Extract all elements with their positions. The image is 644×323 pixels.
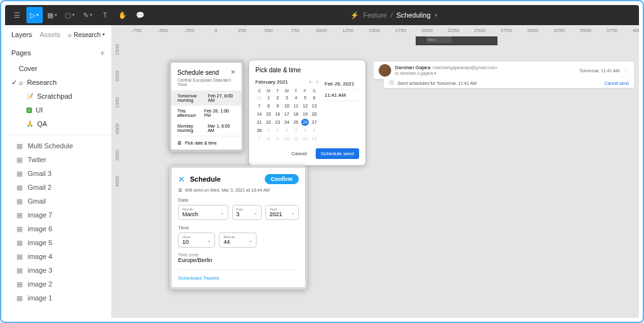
calendar-day[interactable]: 9: [274, 135, 282, 142]
artboard-label[interactable]: New: [426, 36, 452, 43]
calendar-day[interactable]: 1: [265, 94, 273, 101]
calendar-day[interactable]: 2: [274, 94, 282, 101]
calendar-day[interactable]: 28: [255, 127, 264, 134]
calendar-grid[interactable]: SMTWTFS311234567891011121314151617181920…: [255, 89, 318, 142]
breadcrumb[interactable]: ⚡ Feature / Scheduling ▾: [148, 11, 639, 19]
schedule-option[interactable]: Monday morningMar 1, 8:00 AM: [171, 121, 242, 136]
page-ui[interactable]: ✓ UI: [5, 103, 111, 117]
gmail-schedule-dialog[interactable]: Schedule send× Central European Standard…: [169, 60, 244, 152]
chevron-down-icon[interactable]: ▾: [434, 71, 436, 75]
calendar-day[interactable]: 4: [292, 127, 300, 134]
month-select[interactable]: MonthMarch⌄: [178, 205, 228, 220]
canvas[interactable]: -750-500-2500250500750100012501500175020…: [112, 25, 639, 318]
calendar-day[interactable]: 16: [274, 111, 282, 118]
calendar-day[interactable]: 18: [292, 111, 300, 118]
calendar-day[interactable]: 11: [292, 102, 300, 109]
minute-select[interactable]: Minute44⌄: [219, 233, 256, 248]
page-cover[interactable]: Cover: [5, 62, 111, 75]
calendar-day[interactable]: 12: [301, 135, 309, 142]
scheduled-tweets-link[interactable]: Scheduled Tweets: [178, 270, 299, 281]
calendar-day[interactable]: 24: [283, 119, 291, 126]
calendar-day[interactable]: 7: [255, 135, 264, 142]
layer-image7[interactable]: ▦image 7: [5, 208, 111, 222]
calendar-day[interactable]: 22: [265, 119, 273, 126]
calendar-day[interactable]: 9: [274, 102, 282, 109]
date-field[interactable]: Feb 26, 2021: [325, 79, 359, 90]
layer-gmail[interactable]: ▦Gmail: [5, 194, 111, 208]
calendar-day[interactable]: 26: [301, 119, 309, 126]
calendar-day[interactable]: 13: [310, 135, 318, 142]
calendar-day[interactable]: 6: [310, 127, 318, 134]
comment-tool[interactable]: 💬: [132, 7, 148, 23]
calendar-day[interactable]: 5: [301, 127, 309, 134]
calendar-day[interactable]: 8: [265, 135, 273, 142]
calendar-day[interactable]: 11: [292, 135, 300, 142]
pick-datetime-dialog[interactable]: Pick date & time February 2021‹› SMTWTFS…: [249, 60, 365, 165]
schedule-option[interactable]: Tomorrow morningFeb 27, 8:00 AM: [171, 90, 242, 106]
hand-tool[interactable]: ✋: [114, 7, 131, 23]
gmail-message-row[interactable]: Darshan Gajara <darshangajaravajd@gmail.…: [374, 62, 634, 79]
calendar-day[interactable]: 27: [310, 119, 318, 126]
layer-image2[interactable]: ▦image 2: [5, 277, 111, 291]
menu-button[interactable]: ☰: [9, 7, 25, 23]
next-month-button[interactable]: ›: [316, 79, 318, 85]
move-tool[interactable]: ▷▾: [26, 7, 43, 23]
calendar-day[interactable]: 17: [283, 111, 291, 118]
tab-layers[interactable]: Layers: [11, 31, 32, 38]
layer-image3[interactable]: ▦image 3: [5, 263, 111, 277]
calendar-day[interactable]: 19: [301, 111, 309, 118]
cancel-send-button[interactable]: Cancel send: [604, 81, 629, 85]
star-icon[interactable]: ☆: [623, 67, 629, 74]
layer-gmail2[interactable]: ▦Gmail 2: [5, 180, 111, 194]
calendar-day[interactable]: 15: [265, 111, 273, 118]
year-select[interactable]: Year2021⌄: [265, 205, 299, 220]
page-qa[interactable]: 🙏 QA: [5, 117, 111, 131]
layer-image1[interactable]: ▦image 1: [5, 291, 111, 305]
frame-tool[interactable]: ▦▾: [44, 7, 60, 23]
confirm-button[interactable]: Confirm: [265, 174, 299, 184]
calendar-day[interactable]: 7: [255, 102, 264, 109]
calendar-day[interactable]: 31: [255, 94, 264, 101]
page-research[interactable]: ✓⌕ Research: [5, 75, 111, 89]
layer-image4[interactable]: ▦image 4: [5, 249, 111, 263]
calendar-day[interactable]: 5: [301, 94, 309, 101]
pen-tool[interactable]: ✎▾: [79, 7, 96, 23]
day-select[interactable]: Day3⌄: [232, 205, 262, 220]
schedule-send-button[interactable]: Schedule send: [316, 148, 359, 159]
calendar-day[interactable]: 25: [292, 119, 300, 126]
calendar-day[interactable]: 3: [283, 94, 291, 101]
time-field[interactable]: 11:41 AM: [325, 90, 359, 101]
layer-image6[interactable]: ▦image 6: [5, 222, 111, 236]
calendar-day[interactable]: 20: [310, 111, 318, 118]
close-icon[interactable]: ✕: [178, 175, 185, 184]
calendar-day[interactable]: 8: [265, 102, 273, 109]
page-search[interactable]: ⌕Research ▾: [68, 31, 105, 38]
cancel-button[interactable]: Cancel: [287, 148, 311, 159]
add-page-button[interactable]: +: [100, 48, 105, 58]
calendar-day[interactable]: 6: [310, 94, 318, 101]
calendar-day[interactable]: 21: [255, 119, 264, 126]
twitter-schedule-dialog[interactable]: ✕ Schedule Confirm 🗓Will send on Wed, Ma…: [169, 165, 308, 290]
chevron-down-icon[interactable]: ▾: [435, 13, 437, 18]
prev-month-button[interactable]: ‹: [309, 79, 311, 85]
layer-twiter[interactable]: ▦Twiter: [5, 153, 111, 167]
calendar-day[interactable]: 10: [283, 135, 291, 142]
calendar-day[interactable]: 13: [310, 102, 318, 109]
hour-select[interactable]: Hour10⌄: [178, 233, 215, 248]
pick-date-time-button[interactable]: 🗓Pick date & time: [171, 136, 242, 150]
calendar-day[interactable]: 12: [301, 102, 309, 109]
calendar-day[interactable]: 3: [283, 127, 291, 134]
text-tool[interactable]: T: [97, 7, 113, 23]
page-scratchpad[interactable]: 📝 Scratchpad: [5, 89, 111, 103]
calendar-day[interactable]: 10: [283, 102, 291, 109]
calendar-day[interactable]: 2: [274, 127, 282, 134]
tab-assets[interactable]: Assets: [40, 31, 60, 38]
schedule-option[interactable]: This afternoonFeb 26, 1:00 PM: [171, 106, 242, 121]
calendar-day[interactable]: 4: [292, 94, 300, 101]
shape-tool[interactable]: ▢▾: [62, 7, 78, 23]
calendar-day[interactable]: 1: [265, 127, 273, 134]
calendar-day[interactable]: 14: [255, 111, 264, 118]
layer-gmail3[interactable]: ▦Gmail 3: [5, 167, 111, 180]
layer-image5[interactable]: ▦image 5: [5, 236, 111, 249]
calendar-day[interactable]: 23: [274, 119, 282, 126]
